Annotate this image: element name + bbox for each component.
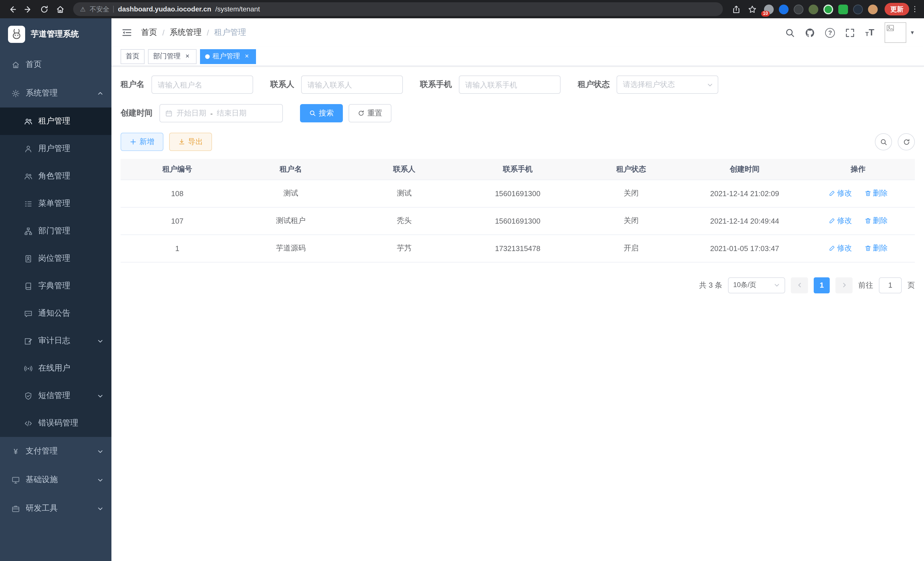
- sidebar-item-menu[interactable]: 菜单管理: [0, 190, 111, 217]
- chevron-up-icon: [97, 90, 104, 96]
- bookmark-star-icon[interactable]: [745, 2, 759, 17]
- menu-list-icon: [24, 199, 33, 208]
- contact-input[interactable]: [301, 75, 403, 94]
- next-page-button[interactable]: [836, 277, 853, 293]
- back-button[interactable]: [4, 2, 20, 17]
- extension-icon-4[interactable]: [808, 4, 818, 14]
- extension-icon-2[interactable]: [779, 4, 789, 14]
- extension-icon-7[interactable]: [853, 4, 863, 14]
- system-submenu: 租户管理 用户管理 角色管理: [0, 108, 111, 437]
- org-tree-icon: [24, 227, 33, 235]
- users-icon: [24, 117, 33, 126]
- sidebar-item-home[interactable]: 首页: [0, 50, 111, 79]
- book-icon: [24, 282, 33, 290]
- toggle-search-button[interactable]: [875, 133, 892, 150]
- search-icon: [880, 138, 887, 146]
- sidebar-group-audit-log[interactable]: 审计日志: [0, 327, 111, 355]
- col-created: 创建时间: [688, 159, 801, 180]
- page-content: 租户名 联系人 联系手机 租户状态 请选择租户状态: [111, 66, 924, 561]
- chrome-update-button[interactable]: 更新: [885, 3, 909, 15]
- sidebar-item-user[interactable]: 用户管理: [0, 135, 111, 162]
- chevron-down-icon: [97, 338, 104, 344]
- tags-view: 首页 部门管理 × 租户管理 ×: [111, 47, 924, 66]
- col-actions: 操作: [801, 159, 915, 180]
- add-button[interactable]: 新增: [121, 133, 164, 151]
- github-icon[interactable]: [805, 28, 815, 38]
- forward-button[interactable]: [21, 2, 35, 17]
- extension-icon-6[interactable]: [838, 4, 848, 14]
- plus-icon: [130, 138, 136, 145]
- sidebar-item-error-code[interactable]: 错误码管理: [0, 409, 111, 437]
- edit-link[interactable]: 修改: [829, 216, 852, 226]
- sidebar-group-dev-tools[interactable]: 研发工具: [0, 494, 111, 523]
- sidebar-item-online-user[interactable]: 在线用户: [0, 355, 111, 382]
- chevron-left-icon: [796, 282, 802, 288]
- prev-page-button[interactable]: [791, 277, 808, 293]
- address-bar[interactable]: ⚠ 不安全 dashboard.yudao.iocoder.cn/system/…: [73, 2, 723, 16]
- extension-icon-1[interactable]: 10: [764, 4, 774, 14]
- share-icon[interactable]: [729, 2, 743, 17]
- help-icon[interactable]: ?: [825, 28, 835, 38]
- chevron-right-icon: [841, 282, 847, 288]
- delete-link[interactable]: 删除: [864, 243, 888, 253]
- sidebar-group-system[interactable]: 系统管理: [0, 79, 111, 108]
- browser-menu-icon[interactable]: ⋮: [910, 6, 920, 12]
- sidebar-item-tenant[interactable]: 租户管理: [0, 108, 111, 135]
- reload-button[interactable]: [37, 2, 51, 17]
- page-number-current[interactable]: 1: [814, 277, 830, 293]
- app-logo-row[interactable]: 芋道管理系统: [0, 18, 111, 50]
- table-row: 107 测试租户 秃头 15601691300 关闭 2021-12-14 20…: [121, 207, 915, 235]
- extension-icon-3[interactable]: [794, 4, 803, 14]
- refresh-table-button[interactable]: [898, 133, 915, 150]
- col-mobile: 联系手机: [461, 159, 574, 180]
- profile-avatar-icon[interactable]: [868, 4, 878, 14]
- sidebar-item-role[interactable]: 角色管理: [0, 162, 111, 190]
- browser-toolbar: ⚠ 不安全 dashboard.yudao.iocoder.cn/system/…: [0, 0, 924, 18]
- close-icon[interactable]: ×: [183, 52, 191, 60]
- status-label: 租户状态: [578, 80, 610, 90]
- breadcrumb-system[interactable]: 系统管理: [170, 27, 202, 38]
- search-icon: [309, 110, 316, 117]
- sidebar-group-infra[interactable]: 基础设施: [0, 465, 111, 494]
- sidebar-toggle-icon[interactable]: [121, 26, 133, 39]
- export-button[interactable]: 导出: [169, 133, 212, 151]
- sidebar-group-sms[interactable]: 短信管理: [0, 382, 111, 409]
- edit-link[interactable]: 修改: [829, 188, 852, 199]
- breadcrumb-home[interactable]: 首页: [141, 27, 157, 38]
- table-header-row: 租户编号 租户名 联系人 联系手机 租户状态 创建时间 操作: [121, 159, 915, 180]
- col-tenant-name: 租户名: [234, 159, 347, 180]
- goto-page-input[interactable]: [879, 277, 902, 293]
- sidebar-item-dept[interactable]: 部门管理: [0, 217, 111, 245]
- create-time-range-picker[interactable]: 开始日期 - 结束日期: [159, 104, 283, 122]
- delete-link[interactable]: 删除: [864, 216, 888, 226]
- reset-button[interactable]: 重置: [349, 104, 392, 122]
- search-button[interactable]: 搜索: [300, 104, 343, 122]
- close-icon[interactable]: ×: [243, 52, 251, 60]
- edit-link[interactable]: 修改: [829, 243, 852, 253]
- font-size-icon[interactable]: TT: [865, 28, 874, 37]
- tab-dept[interactable]: 部门管理 ×: [148, 49, 196, 64]
- sidebar-item-post[interactable]: 岗位管理: [0, 245, 111, 272]
- refresh-icon: [903, 138, 910, 146]
- page-size-select[interactable]: 10条/页: [728, 277, 785, 293]
- active-dot: [205, 54, 210, 59]
- sidebar-item-dict[interactable]: 字典管理: [0, 272, 111, 300]
- tab-tenant[interactable]: 租户管理 ×: [200, 49, 256, 64]
- header-search-icon[interactable]: [785, 28, 795, 38]
- user-menu[interactable]: ▼: [885, 22, 915, 43]
- mobile-input[interactable]: [459, 75, 561, 94]
- shield-icon: [24, 391, 33, 400]
- mobile-label: 联系手机: [420, 80, 452, 90]
- fullscreen-icon[interactable]: [845, 28, 855, 38]
- delete-link[interactable]: 删除: [864, 188, 888, 199]
- extension-icon-5[interactable]: [824, 4, 833, 14]
- chevron-down-icon: [97, 393, 104, 399]
- status-select[interactable]: 请选择租户状态: [616, 75, 718, 94]
- pagination: 共 3 条 10条/页 1 前往: [121, 277, 915, 293]
- tab-home[interactable]: 首页: [121, 49, 145, 64]
- home-button[interactable]: [52, 2, 68, 17]
- tenant-name-input[interactable]: [152, 75, 253, 94]
- sidebar-group-payment[interactable]: ¥ 支付管理: [0, 437, 111, 465]
- sidebar-item-notice[interactable]: 通知公告: [0, 300, 111, 327]
- status-text: 开启: [574, 235, 688, 262]
